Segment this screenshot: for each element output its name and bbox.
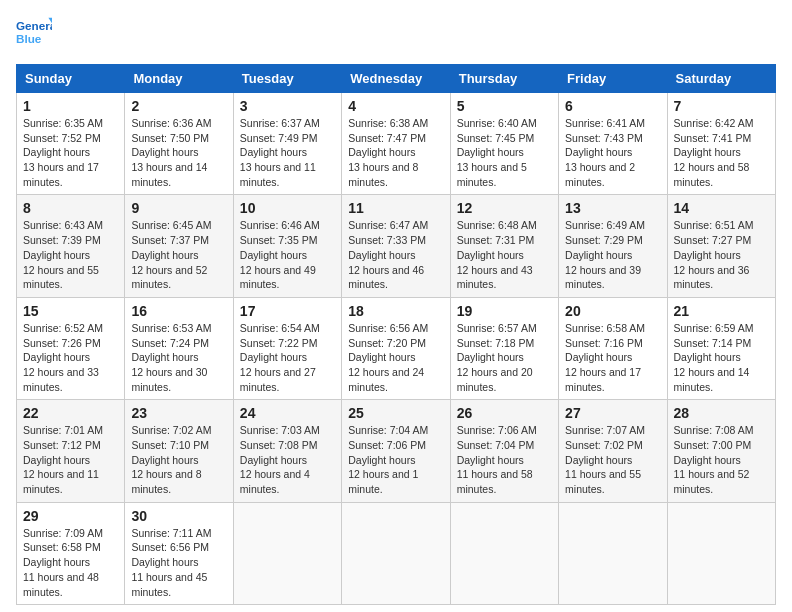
day-number: 13 [565, 200, 660, 216]
day-number: 2 [131, 98, 226, 114]
calendar-cell [450, 502, 558, 604]
day-info: Sunrise: 6:40 AMSunset: 7:45 PMDaylight … [457, 116, 552, 189]
day-number: 29 [23, 508, 118, 524]
calendar-cell: 27Sunrise: 7:07 AMSunset: 7:02 PMDayligh… [559, 400, 667, 502]
calendar-cell: 26Sunrise: 7:06 AMSunset: 7:04 PMDayligh… [450, 400, 558, 502]
day-info: Sunrise: 6:56 AMSunset: 7:20 PMDaylight … [348, 321, 443, 394]
day-number: 16 [131, 303, 226, 319]
day-info: Sunrise: 6:49 AMSunset: 7:29 PMDaylight … [565, 218, 660, 291]
day-info: Sunrise: 7:06 AMSunset: 7:04 PMDaylight … [457, 423, 552, 496]
calendar-cell: 25Sunrise: 7:04 AMSunset: 7:06 PMDayligh… [342, 400, 450, 502]
calendar-cell [233, 502, 341, 604]
calendar-cell: 11Sunrise: 6:47 AMSunset: 7:33 PMDayligh… [342, 195, 450, 297]
day-number: 28 [674, 405, 769, 421]
calendar-week-1: 1Sunrise: 6:35 AMSunset: 7:52 PMDaylight… [17, 93, 776, 195]
day-number: 24 [240, 405, 335, 421]
day-info: Sunrise: 7:02 AMSunset: 7:10 PMDaylight … [131, 423, 226, 496]
calendar-week-3: 15Sunrise: 6:52 AMSunset: 7:26 PMDayligh… [17, 297, 776, 399]
calendar-week-2: 8Sunrise: 6:43 AMSunset: 7:39 PMDaylight… [17, 195, 776, 297]
calendar-cell: 24Sunrise: 7:03 AMSunset: 7:08 PMDayligh… [233, 400, 341, 502]
calendar-cell: 6Sunrise: 6:41 AMSunset: 7:43 PMDaylight… [559, 93, 667, 195]
calendar-cell: 17Sunrise: 6:54 AMSunset: 7:22 PMDayligh… [233, 297, 341, 399]
weekday-sunday: Sunday [17, 65, 125, 93]
day-info: Sunrise: 6:41 AMSunset: 7:43 PMDaylight … [565, 116, 660, 189]
day-info: Sunrise: 6:43 AMSunset: 7:39 PMDaylight … [23, 218, 118, 291]
calendar-cell: 2Sunrise: 6:36 AMSunset: 7:50 PMDaylight… [125, 93, 233, 195]
calendar-cell: 23Sunrise: 7:02 AMSunset: 7:10 PMDayligh… [125, 400, 233, 502]
day-number: 11 [348, 200, 443, 216]
day-info: Sunrise: 6:35 AMSunset: 7:52 PMDaylight … [23, 116, 118, 189]
calendar-cell: 13Sunrise: 6:49 AMSunset: 7:29 PMDayligh… [559, 195, 667, 297]
day-number: 5 [457, 98, 552, 114]
calendar-cell: 22Sunrise: 7:01 AMSunset: 7:12 PMDayligh… [17, 400, 125, 502]
day-number: 18 [348, 303, 443, 319]
weekday-header-row: SundayMondayTuesdayWednesdayThursdayFrid… [17, 65, 776, 93]
day-info: Sunrise: 7:09 AMSunset: 6:58 PMDaylight … [23, 526, 118, 599]
day-info: Sunrise: 7:08 AMSunset: 7:00 PMDaylight … [674, 423, 769, 496]
calendar-cell: 10Sunrise: 6:46 AMSunset: 7:35 PMDayligh… [233, 195, 341, 297]
day-number: 22 [23, 405, 118, 421]
calendar-cell: 8Sunrise: 6:43 AMSunset: 7:39 PMDaylight… [17, 195, 125, 297]
day-number: 19 [457, 303, 552, 319]
calendar-cell: 29Sunrise: 7:09 AMSunset: 6:58 PMDayligh… [17, 502, 125, 604]
calendar-cell: 19Sunrise: 6:57 AMSunset: 7:18 PMDayligh… [450, 297, 558, 399]
calendar-cell: 5Sunrise: 6:40 AMSunset: 7:45 PMDaylight… [450, 93, 558, 195]
day-info: Sunrise: 6:42 AMSunset: 7:41 PMDaylight … [674, 116, 769, 189]
day-info: Sunrise: 6:46 AMSunset: 7:35 PMDaylight … [240, 218, 335, 291]
day-number: 1 [23, 98, 118, 114]
weekday-thursday: Thursday [450, 65, 558, 93]
calendar-cell: 28Sunrise: 7:08 AMSunset: 7:00 PMDayligh… [667, 400, 775, 502]
day-info: Sunrise: 6:36 AMSunset: 7:50 PMDaylight … [131, 116, 226, 189]
day-number: 26 [457, 405, 552, 421]
calendar-cell: 4Sunrise: 6:38 AMSunset: 7:47 PMDaylight… [342, 93, 450, 195]
svg-text:Blue: Blue [16, 32, 42, 45]
day-number: 20 [565, 303, 660, 319]
day-info: Sunrise: 6:58 AMSunset: 7:16 PMDaylight … [565, 321, 660, 394]
logo: General Blue [16, 16, 52, 52]
calendar-cell: 15Sunrise: 6:52 AMSunset: 7:26 PMDayligh… [17, 297, 125, 399]
day-info: Sunrise: 6:47 AMSunset: 7:33 PMDaylight … [348, 218, 443, 291]
calendar-cell: 12Sunrise: 6:48 AMSunset: 7:31 PMDayligh… [450, 195, 558, 297]
day-number: 4 [348, 98, 443, 114]
day-info: Sunrise: 7:07 AMSunset: 7:02 PMDaylight … [565, 423, 660, 496]
day-number: 12 [457, 200, 552, 216]
day-number: 7 [674, 98, 769, 114]
calendar-cell: 7Sunrise: 6:42 AMSunset: 7:41 PMDaylight… [667, 93, 775, 195]
day-number: 15 [23, 303, 118, 319]
day-info: Sunrise: 6:59 AMSunset: 7:14 PMDaylight … [674, 321, 769, 394]
day-number: 9 [131, 200, 226, 216]
day-number: 8 [23, 200, 118, 216]
day-number: 27 [565, 405, 660, 421]
calendar-cell: 20Sunrise: 6:58 AMSunset: 7:16 PMDayligh… [559, 297, 667, 399]
day-number: 14 [674, 200, 769, 216]
day-info: Sunrise: 6:54 AMSunset: 7:22 PMDaylight … [240, 321, 335, 394]
day-info: Sunrise: 6:38 AMSunset: 7:47 PMDaylight … [348, 116, 443, 189]
day-number: 10 [240, 200, 335, 216]
calendar-table: SundayMondayTuesdayWednesdayThursdayFrid… [16, 64, 776, 605]
calendar-cell: 1Sunrise: 6:35 AMSunset: 7:52 PMDaylight… [17, 93, 125, 195]
day-info: Sunrise: 7:04 AMSunset: 7:06 PMDaylight … [348, 423, 443, 496]
calendar-week-5: 29Sunrise: 7:09 AMSunset: 6:58 PMDayligh… [17, 502, 776, 604]
day-info: Sunrise: 6:52 AMSunset: 7:26 PMDaylight … [23, 321, 118, 394]
day-info: Sunrise: 7:03 AMSunset: 7:08 PMDaylight … [240, 423, 335, 496]
calendar-cell: 3Sunrise: 6:37 AMSunset: 7:49 PMDaylight… [233, 93, 341, 195]
calendar-cell: 16Sunrise: 6:53 AMSunset: 7:24 PMDayligh… [125, 297, 233, 399]
day-number: 17 [240, 303, 335, 319]
day-number: 25 [348, 405, 443, 421]
calendar-week-4: 22Sunrise: 7:01 AMSunset: 7:12 PMDayligh… [17, 400, 776, 502]
logo-icon: General Blue [16, 16, 52, 52]
weekday-saturday: Saturday [667, 65, 775, 93]
day-info: Sunrise: 6:53 AMSunset: 7:24 PMDaylight … [131, 321, 226, 394]
day-info: Sunrise: 6:51 AMSunset: 7:27 PMDaylight … [674, 218, 769, 291]
day-info: Sunrise: 6:45 AMSunset: 7:37 PMDaylight … [131, 218, 226, 291]
weekday-monday: Monday [125, 65, 233, 93]
day-info: Sunrise: 6:48 AMSunset: 7:31 PMDaylight … [457, 218, 552, 291]
day-info: Sunrise: 7:11 AMSunset: 6:56 PMDaylight … [131, 526, 226, 599]
calendar-cell [559, 502, 667, 604]
calendar-cell: 21Sunrise: 6:59 AMSunset: 7:14 PMDayligh… [667, 297, 775, 399]
day-info: Sunrise: 7:01 AMSunset: 7:12 PMDaylight … [23, 423, 118, 496]
weekday-wednesday: Wednesday [342, 65, 450, 93]
calendar-cell: 18Sunrise: 6:56 AMSunset: 7:20 PMDayligh… [342, 297, 450, 399]
day-number: 21 [674, 303, 769, 319]
calendar-body: 1Sunrise: 6:35 AMSunset: 7:52 PMDaylight… [17, 93, 776, 605]
